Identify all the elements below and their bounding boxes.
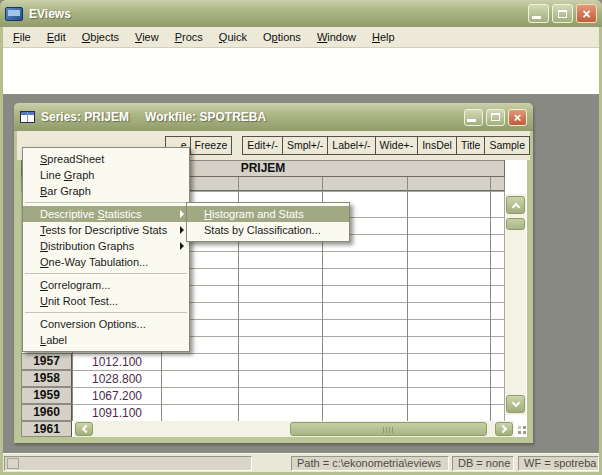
statusbar-db: DB = none bbox=[452, 456, 514, 471]
menu-item-one-way-tabulation[interactable]: One-Way Tabulation... bbox=[23, 254, 189, 270]
horizontal-scrollbar[interactable] bbox=[74, 421, 514, 437]
descriptive-statistics-submenu: Histogram and Stats Stats by Classificat… bbox=[186, 202, 350, 242]
view-context-menu: SpreadSheet Line Graph Bar Graph Descrip… bbox=[22, 147, 190, 352]
eviews-app-icon bbox=[5, 7, 23, 21]
minimize-icon bbox=[467, 119, 476, 122]
child-close-button[interactable]: × bbox=[508, 109, 527, 126]
menu-file[interactable]: File bbox=[5, 29, 39, 45]
insdel-button[interactable]: InsDel bbox=[417, 136, 457, 155]
value-cell[interactable]: 1028.800 bbox=[74, 372, 160, 386]
chevron-right-icon bbox=[498, 425, 506, 433]
menu-separator bbox=[23, 270, 189, 277]
minimize-button[interactable] bbox=[528, 4, 549, 23]
title-button[interactable]: Title bbox=[456, 136, 485, 155]
chevron-left-icon bbox=[81, 425, 89, 433]
table-row: 1959 1067.200 bbox=[21, 387, 505, 404]
menu-item-correlogram[interactable]: Correlogram... bbox=[23, 277, 189, 293]
row-header-cell[interactable]: 1960 bbox=[21, 404, 72, 421]
value-cell[interactable]: 1067.200 bbox=[74, 389, 160, 403]
main-titlebar[interactable]: EViews × bbox=[0, 0, 602, 27]
value-cell[interactable]: 1091.100 bbox=[74, 406, 160, 420]
workfile-title: Workfile: SPOTREBA bbox=[145, 110, 266, 124]
vertical-scrollbar[interactable] bbox=[505, 194, 526, 415]
menu-item-spreadsheet[interactable]: SpreadSheet bbox=[23, 151, 189, 167]
value-cell[interactable]: 1012.100 bbox=[74, 355, 160, 369]
child-maximize-button[interactable] bbox=[486, 109, 505, 126]
menu-item-descriptive-statistics[interactable]: Descriptive Statistics bbox=[23, 206, 189, 222]
series-icon bbox=[20, 111, 35, 123]
wide-button[interactable]: Wide+- bbox=[375, 136, 419, 155]
menu-edit[interactable]: Edit bbox=[39, 29, 74, 45]
edit-button[interactable]: Edit+/- bbox=[242, 136, 283, 155]
menu-item-conversion-options[interactable]: Conversion Options... bbox=[23, 316, 189, 332]
sample-button[interactable]: Sample bbox=[484, 136, 530, 155]
row-header-cell[interactable]: 1957 bbox=[21, 353, 72, 370]
menu-separator bbox=[23, 309, 189, 316]
menu-window[interactable]: Window bbox=[309, 29, 364, 45]
menu-item-bar-graph[interactable]: Bar Graph bbox=[23, 183, 189, 199]
freeze-button[interactable]: Freeze bbox=[190, 136, 233, 155]
statusbar-command-panel[interactable] bbox=[4, 456, 252, 471]
chevron-down-icon bbox=[511, 398, 519, 406]
row-header-cell[interactable]: 1961 bbox=[21, 421, 72, 437]
horizontal-scroll-thumb[interactable] bbox=[290, 422, 487, 436]
menu-item-tests-descriptive-stats[interactable]: Tests for Descriptive Stats bbox=[23, 222, 189, 238]
eviews-main-window: { "app": { "title": "EViews" }, "menubar… bbox=[0, 0, 602, 475]
menu-procs[interactable]: Procs bbox=[167, 29, 211, 45]
menu-item-unit-root-test[interactable]: Unit Root Test... bbox=[23, 293, 189, 309]
table-row: 1958 1028.800 bbox=[21, 370, 505, 387]
menu-objects[interactable]: Objects bbox=[74, 29, 127, 45]
scroll-down-button[interactable] bbox=[506, 395, 525, 413]
close-button[interactable]: × bbox=[576, 4, 597, 23]
close-icon: × bbox=[582, 7, 590, 21]
statusbar-wf: WF = spotreba bbox=[518, 456, 599, 471]
series-window-title: Series: PRIJEM bbox=[41, 110, 129, 124]
menu-item-label[interactable]: Label bbox=[23, 332, 189, 348]
maximize-icon bbox=[558, 10, 567, 18]
table-row: 1960 1091.100 bbox=[21, 404, 505, 421]
menu-quick[interactable]: Quick bbox=[211, 29, 255, 45]
chevron-up-icon bbox=[511, 202, 519, 210]
window-border-left bbox=[0, 27, 3, 472]
menu-options[interactable]: Options bbox=[255, 29, 309, 45]
scroll-left-button[interactable] bbox=[75, 422, 93, 436]
command-window[interactable] bbox=[3, 48, 599, 95]
submenu-arrow-icon bbox=[180, 210, 184, 218]
maximize-icon bbox=[491, 113, 500, 121]
statusbar-box bbox=[7, 458, 19, 469]
row-header-cell[interactable]: 1959 bbox=[21, 387, 72, 404]
menu-item-line-graph[interactable]: Line Graph bbox=[23, 167, 189, 183]
child-minimize-button[interactable] bbox=[464, 109, 483, 126]
submenu-arrow-icon bbox=[180, 226, 184, 234]
menu-view[interactable]: View bbox=[127, 29, 167, 45]
label-button[interactable]: Label+/- bbox=[327, 136, 375, 155]
statusbar-path: Path = c:\ekonometria\eviews bbox=[291, 456, 449, 471]
menu-item-stats-by-classification[interactable]: Stats by Classification... bbox=[187, 222, 349, 238]
resize-grip[interactable] bbox=[516, 424, 526, 434]
menu-item-distribution-graphs[interactable]: Distribution Graphs bbox=[23, 238, 189, 254]
menu-item-histogram-and-stats[interactable]: Histogram and Stats bbox=[187, 206, 349, 222]
close-icon: × bbox=[514, 111, 522, 124]
table-row: 1957 1012.100 bbox=[21, 353, 505, 370]
minimize-icon bbox=[532, 16, 541, 19]
scroll-right-button[interactable] bbox=[495, 422, 513, 436]
vertical-scroll-thumb[interactable] bbox=[506, 218, 525, 230]
menu-help[interactable]: Help bbox=[364, 29, 403, 45]
row-header-cell[interactable]: 1958 bbox=[21, 370, 72, 387]
menu-separator bbox=[23, 199, 189, 206]
submenu-arrow-icon bbox=[180, 242, 184, 250]
smpl-button[interactable]: Smpl+/- bbox=[282, 136, 328, 155]
scroll-up-button[interactable] bbox=[506, 196, 525, 214]
main-menubar: File Edit Objects View Procs Quick Optio… bbox=[3, 27, 599, 48]
statusbar: Path = c:\ekonometria\eviews DB = none W… bbox=[3, 453, 599, 472]
main-window-title: EViews bbox=[29, 7, 525, 21]
series-window-titlebar[interactable]: Series: PRIJEM Workfile: SPOTREBA × bbox=[14, 103, 533, 131]
maximize-button[interactable] bbox=[552, 4, 573, 23]
